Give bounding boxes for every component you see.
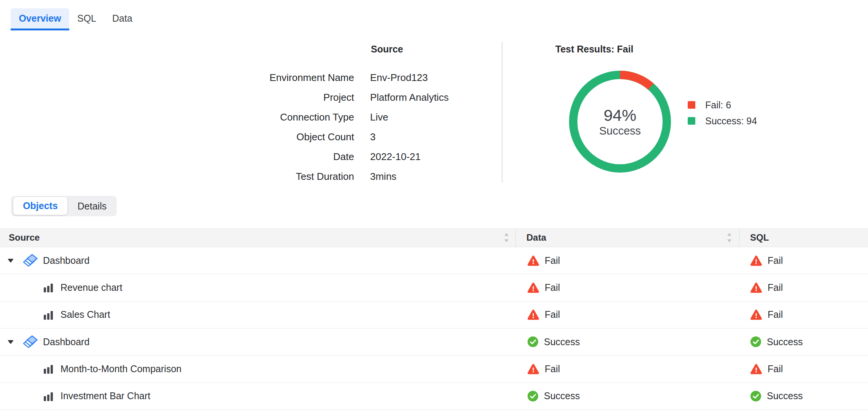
- legend-label: Fail: 6: [705, 100, 731, 111]
- sql-status-cell: Success: [739, 328, 868, 355]
- status-label: Fail: [768, 255, 783, 266]
- column-header-label: SQL: [750, 232, 769, 243]
- donut-center-text: 94% Success: [569, 71, 671, 173]
- warning-triangle-icon: [750, 282, 762, 293]
- warning-triangle-icon: [528, 282, 539, 293]
- legend-item-fail: Fail: 6: [688, 100, 757, 110]
- dashboard-icon: [22, 254, 38, 267]
- status-label: Success: [544, 336, 580, 347]
- legend-label: Success: 94: [705, 116, 757, 127]
- table-row[interactable]: Sales Chart Fail Fail: [0, 301, 868, 328]
- view-toggle: Objects Details: [11, 196, 117, 216]
- data-status-cell: Success: [515, 383, 739, 409]
- field-value: Env-Prod123: [370, 72, 428, 84]
- sql-status-cell: Fail: [739, 301, 868, 328]
- donut-chart: 94% Success: [569, 71, 671, 173]
- column-header-data[interactable]: Data: [515, 228, 739, 247]
- top-tab-bar: Overview SQL Data: [11, 8, 132, 30]
- field-value: 2022-10-21: [370, 151, 421, 163]
- tab-overview[interactable]: Overview: [11, 8, 69, 30]
- status-label: Success: [544, 390, 580, 401]
- data-status-cell: Fail: [515, 247, 739, 274]
- table-row[interactable]: Dashboard Success Success: [0, 328, 868, 355]
- source-label: Revenue chart: [60, 282, 122, 293]
- expand-caret-icon[interactable]: [8, 340, 14, 344]
- bar-chart-icon: [43, 282, 54, 293]
- source-panel: Environment Name Env-Prod123 Project Pla…: [0, 68, 494, 186]
- donut-legend: Fail: 6 Success: 94: [688, 100, 757, 132]
- status-label: Fail: [545, 309, 560, 320]
- bar-chart-icon: [43, 390, 54, 402]
- field-value: 3mins: [370, 171, 396, 182]
- toggle-details-button[interactable]: Details: [67, 196, 117, 216]
- expand-caret-icon[interactable]: [8, 259, 14, 263]
- warning-triangle-icon: [528, 255, 539, 266]
- field-value: Platform Analytics: [370, 92, 449, 103]
- field-value: 3: [370, 131, 375, 143]
- table-row[interactable]: Dashboard Fail Fail: [0, 247, 868, 274]
- column-header-sql[interactable]: SQL: [739, 228, 868, 247]
- source-label: Month-to-Month Comparison: [60, 363, 181, 374]
- table-row[interactable]: Investment Bar Chart Success Success: [0, 383, 868, 410]
- status-label: Fail: [545, 255, 560, 266]
- success-swatch-icon: [688, 117, 695, 125]
- tab-data[interactable]: Data: [112, 8, 132, 30]
- field-value: Live: [370, 111, 388, 123]
- data-status-cell: Fail: [515, 355, 739, 382]
- source-field-row: Date 2022-10-21: [0, 147, 494, 167]
- sort-icon: [727, 232, 732, 243]
- vertical-divider: [502, 42, 502, 182]
- tab-sql[interactable]: SQL: [77, 8, 96, 30]
- fail-swatch-icon: [688, 101, 695, 109]
- data-status-cell: Fail: [515, 274, 739, 301]
- warning-triangle-icon: [750, 309, 762, 320]
- source-field-row: Environment Name Env-Prod123: [0, 68, 494, 87]
- donut-center-caption: Success: [599, 124, 641, 137]
- warning-triangle-icon: [750, 363, 762, 374]
- warning-triangle-icon: [528, 309, 539, 320]
- field-label: Date: [0, 151, 354, 163]
- field-label: Test Duration: [0, 171, 354, 182]
- column-header-source[interactable]: Source: [0, 228, 515, 247]
- field-label: Project: [0, 92, 354, 103]
- toggle-objects-button[interactable]: Objects: [13, 197, 67, 215]
- source-label: Sales Chart: [60, 309, 110, 320]
- bar-chart-icon: [43, 309, 54, 320]
- dashboard-icon: [22, 335, 38, 349]
- sort-icon: [504, 232, 509, 243]
- field-label: Connection Type: [0, 111, 354, 123]
- table-row[interactable]: Month-to-Month Comparison Fail Fail: [0, 355, 868, 382]
- status-label: Fail: [768, 363, 783, 374]
- objects-table: Source Data SQL: [0, 228, 868, 410]
- status-label: Fail: [545, 282, 560, 293]
- source-label: Dashboard: [43, 255, 89, 266]
- status-label: Fail: [768, 309, 783, 320]
- sql-status-cell: Success: [739, 383, 868, 409]
- check-circle-icon: [750, 391, 761, 401]
- status-label: Success: [767, 390, 803, 401]
- sql-status-cell: Fail: [739, 274, 868, 301]
- legend-item-success: Success: 94: [688, 116, 757, 126]
- test-results-heading: Test Results: Fail: [555, 44, 633, 55]
- check-circle-icon: [528, 336, 538, 347]
- field-label: Object Count: [0, 131, 354, 143]
- source-label: Investment Bar Chart: [60, 390, 150, 401]
- donut-center-value: 94%: [604, 106, 636, 124]
- source-panel-heading: Source: [371, 44, 403, 55]
- column-header-label: Source: [9, 232, 40, 243]
- status-label: Success: [767, 336, 803, 347]
- status-label: Fail: [768, 282, 783, 293]
- source-field-row: Object Count 3: [0, 127, 494, 147]
- warning-triangle-icon: [750, 255, 762, 266]
- table-row[interactable]: Revenue chart Fail Fail: [0, 274, 868, 301]
- check-circle-icon: [528, 391, 538, 401]
- check-circle-icon: [750, 336, 761, 347]
- sql-status-cell: Fail: [739, 247, 868, 274]
- source-label: Dashboard: [43, 336, 89, 347]
- source-field-row: Connection Type Live: [0, 107, 494, 127]
- status-label: Fail: [545, 363, 560, 374]
- table-header-row: Source Data SQL: [0, 228, 868, 247]
- data-status-cell: Success: [515, 328, 739, 355]
- sql-status-cell: Fail: [739, 355, 868, 382]
- data-status-cell: Fail: [515, 301, 739, 328]
